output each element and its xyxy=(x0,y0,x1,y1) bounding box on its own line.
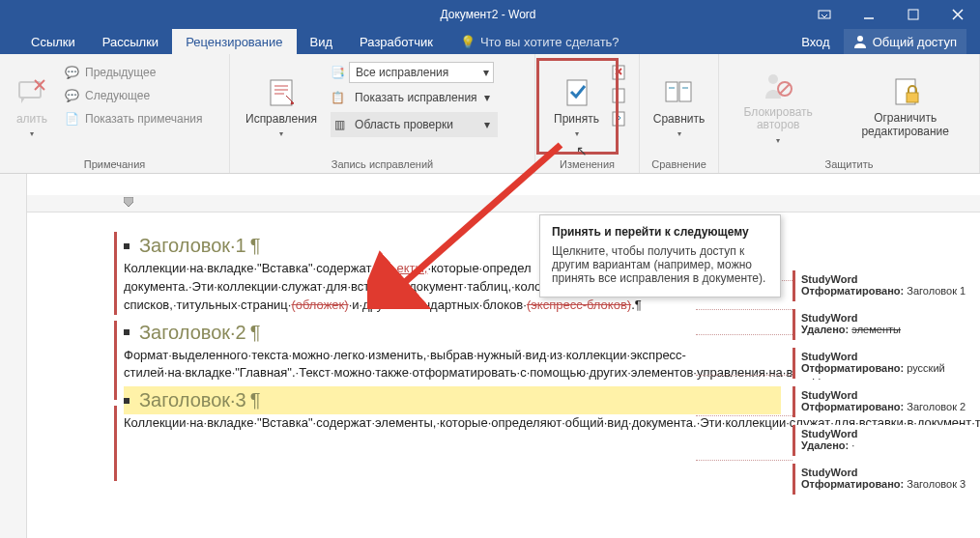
markup-author: StudyWord xyxy=(801,428,966,439)
show-markup-dropdown[interactable]: Показать исправления▾ xyxy=(349,87,494,108)
svg-line-25 xyxy=(780,84,790,94)
show-comments-button[interactable]: 📄Показать примечания xyxy=(58,108,209,129)
horizontal-ruler[interactable] xyxy=(27,195,980,212)
markup-item[interactable]: StudyWordУдалено: · xyxy=(793,425,972,456)
svg-rect-6 xyxy=(19,82,41,98)
show-comments-icon: 📄 xyxy=(64,111,79,127)
vertical-ruler[interactable] xyxy=(0,174,27,538)
svg-rect-18 xyxy=(613,112,624,126)
reviewing-pane-icon: ▥ xyxy=(334,118,345,131)
compare-icon xyxy=(663,76,696,109)
compare-button[interactable]: Сравнить▾ xyxy=(644,58,714,156)
tooltip-body: Щелкните, чтобы получить доступ к другим… xyxy=(552,244,768,285)
titlebar: Документ2 - Word xyxy=(0,0,980,29)
document-area: Заголовок·1¶ Коллекции·на·вкладке·"Встав… xyxy=(0,174,980,538)
group-tracking-label: Запись исправлений xyxy=(236,156,529,173)
svg-rect-9 xyxy=(271,80,292,105)
group-protect-label: Защитить xyxy=(725,156,973,173)
prev-comment-icon: 💬 xyxy=(64,65,79,80)
person-icon xyxy=(853,35,867,48)
ribbon: алить▾ 💬Предыдущее 💬Следующее 📄Показать … xyxy=(0,54,980,174)
accept-button[interactable]: Принять▾ xyxy=(544,58,609,156)
deleted-text: (экспресс-блоков) xyxy=(527,297,631,312)
compare-label: Сравнить xyxy=(653,113,705,127)
block-authors-icon xyxy=(762,70,794,102)
group-compare-label: Сравнение xyxy=(646,156,712,173)
show-markup-icon: 📋 xyxy=(331,91,345,104)
markup-item[interactable]: StudyWordУдалено: элементы xyxy=(793,309,972,340)
svg-rect-19 xyxy=(666,82,677,101)
group-changes-label: Изменения xyxy=(541,156,633,173)
markup-item[interactable]: StudyWordОтформатировано: Заголовок 3 xyxy=(793,464,972,495)
svg-rect-27 xyxy=(907,93,918,102)
minimize-icon[interactable] xyxy=(847,0,891,29)
lightbulb-icon: 💡 xyxy=(460,35,476,49)
track-changes-icon xyxy=(265,76,298,109)
next-comment-icon: 💬 xyxy=(64,88,79,103)
inserted-text: объекты, xyxy=(375,261,427,275)
next-comment-button[interactable]: 💬Следующее xyxy=(58,85,209,106)
bullet-icon xyxy=(124,243,130,249)
next-comment-label: Следующее xyxy=(85,89,150,102)
accept-label: Принять xyxy=(554,113,599,127)
svg-rect-20 xyxy=(679,82,691,101)
accept-icon xyxy=(561,76,593,109)
delete-comment-button[interactable]: алить▾ xyxy=(6,58,58,156)
delete-comment-label: алить xyxy=(16,113,47,127)
reviewing-pane-label: Область проверки xyxy=(355,118,453,131)
restrict-editing-icon xyxy=(889,75,922,108)
ribbon-options-icon[interactable] xyxy=(802,0,847,29)
indent-marker-icon[interactable] xyxy=(124,197,133,211)
tab-references[interactable]: Ссылки xyxy=(17,29,89,54)
markup-item[interactable]: StudyWordОтформатировано: Заголовок 2 xyxy=(793,386,972,417)
markup-author: StudyWord xyxy=(801,389,966,401)
close-icon[interactable] xyxy=(936,0,980,29)
tab-view[interactable]: Вид xyxy=(297,29,347,54)
markup-view-dropdown[interactable]: Все исправления▾ xyxy=(349,62,494,83)
tell-me-label: Что вы хотите сделать? xyxy=(480,35,620,49)
markup-view-value: Все исправления xyxy=(356,66,448,79)
markup-author: StudyWord xyxy=(801,351,966,362)
prev-change-icon[interactable] xyxy=(611,87,628,104)
change-bar xyxy=(114,406,117,481)
show-comments-label: Показать примечания xyxy=(85,112,203,126)
tell-me[interactable]: 💡 Что вы хотите сделать? xyxy=(447,29,620,54)
prev-comment-button[interactable]: 💬Предыдущее xyxy=(58,62,209,83)
markup-item[interactable]: StudyWordОтформатировано: Заголовок 1 xyxy=(793,270,972,301)
delete-comment-icon xyxy=(15,76,48,109)
markup-pane: StudyWordОтформатировано: Заголовок 1 St… xyxy=(793,270,972,502)
window-title: Документ2 - Word xyxy=(174,8,802,21)
track-changes-button[interactable]: Исправления▾ xyxy=(236,58,327,156)
reviewing-pane-dropdown[interactable]: Область проверки▾ xyxy=(349,114,494,135)
markup-connectors xyxy=(677,270,793,522)
maximize-icon[interactable] xyxy=(891,0,936,29)
markup-item[interactable]: StudyWordОтформатировано: русский xyxy=(793,348,972,379)
svg-point-23 xyxy=(768,74,778,84)
markup-author: StudyWord xyxy=(801,312,966,324)
reject-icon[interactable] xyxy=(611,64,628,81)
svg-rect-2 xyxy=(908,10,918,19)
track-changes-label: Исправления xyxy=(245,113,317,127)
group-comments-label: Примечания xyxy=(6,156,223,173)
restrict-editing-button[interactable]: Ограничить редактирование xyxy=(837,58,973,156)
share-label: Общий доступ xyxy=(873,35,957,49)
tab-developer[interactable]: Разработчик xyxy=(346,29,447,54)
block-authors-button[interactable]: Блокировать авторов▾ xyxy=(725,58,831,156)
bullet-icon xyxy=(124,329,130,335)
ribbon-tabs: Ссылки Рассылки Рецензирование Вид Разра… xyxy=(0,29,980,54)
next-change-icon[interactable] xyxy=(611,110,628,127)
svg-marker-28 xyxy=(124,197,133,207)
prev-comment-label: Предыдущее xyxy=(85,66,156,79)
tab-mailings[interactable]: Рассылки xyxy=(89,29,172,54)
bullet-icon xyxy=(124,398,130,404)
tab-review[interactable]: Рецензирование xyxy=(172,29,296,54)
markup-view-icon: 📑 xyxy=(331,66,345,79)
svg-point-5 xyxy=(857,36,863,42)
change-bar xyxy=(114,321,117,400)
tooltip-title: Принять и перейти к следующему xyxy=(552,225,768,239)
restrict-editing-label: Ограничить редактирование xyxy=(847,112,964,139)
share-button[interactable]: Общий доступ xyxy=(844,29,966,54)
markup-author: StudyWord xyxy=(801,467,966,478)
svg-rect-17 xyxy=(613,89,624,102)
signin-link[interactable]: Вход xyxy=(801,35,829,49)
